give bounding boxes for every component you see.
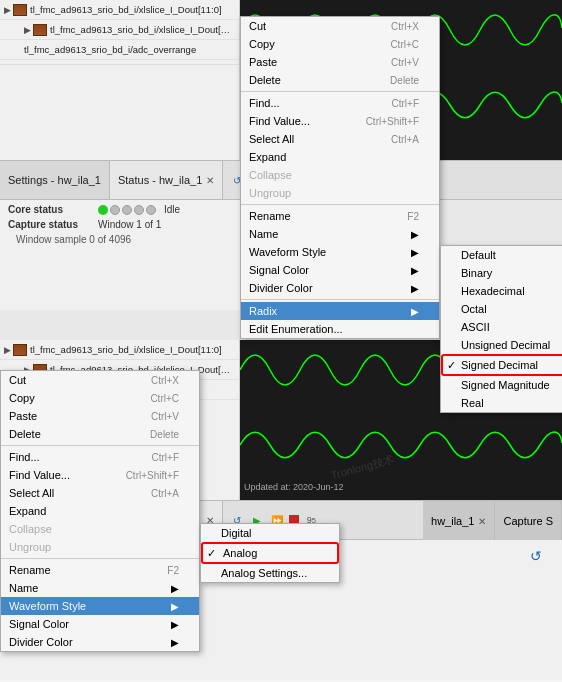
capture-tab[interactable]: Capture S	[495, 501, 562, 541]
menu2-select-all[interactable]: Select All Ctrl+A	[1, 484, 199, 502]
menu-edit-enum[interactable]: Edit Enumeration...	[241, 320, 439, 338]
menu2-copy[interactable]: Copy Ctrl+C	[1, 389, 199, 407]
menu2-collapse: Collapse	[1, 520, 199, 538]
radix-label: Binary	[461, 267, 492, 279]
menu-find-value[interactable]: Find Value... Ctrl+Shift+F	[241, 112, 439, 130]
right-tabs: hw_ila_1 ✕ Capture S	[423, 501, 562, 541]
menu-label: Select All	[9, 487, 54, 499]
radix-unsigned[interactable]: Unsigned Decimal	[441, 336, 562, 354]
menu-paste[interactable]: Paste Ctrl+V	[241, 53, 439, 71]
menu-ungroup: Ungroup	[241, 184, 439, 202]
menu-copy[interactable]: Copy Ctrl+C	[241, 35, 439, 53]
menu-label: Copy	[249, 38, 275, 50]
menu-label: Name	[9, 582, 38, 594]
list-item[interactable]: ▶ tl_fmc_ad9613_srio_bd_i/xlslice_I_Dout…	[0, 340, 239, 360]
menu-select-all[interactable]: Select All Ctrl+A	[241, 130, 439, 148]
close-icon[interactable]: ✕	[206, 175, 214, 186]
menu-label: Divider Color	[249, 282, 313, 294]
menu-expand[interactable]: Expand	[241, 148, 439, 166]
menu-label: Ungroup	[9, 541, 51, 553]
menu-label: Find Value...	[249, 115, 310, 127]
radix-signed-mag[interactable]: Signed Magnitude	[441, 376, 562, 394]
menu-find[interactable]: Find... Ctrl+F	[241, 94, 439, 112]
submenu-arrow: ▶	[411, 247, 419, 258]
refresh-bottom[interactable]: ↺	[530, 548, 542, 564]
list-item[interactable]: ▶ tl_fmc_ad9613_srio_bd_i/xlslice_I_Dout…	[0, 0, 239, 20]
shortcut-label: Ctrl+Shift+F	[366, 116, 419, 127]
close-icon[interactable]: ✕	[478, 516, 486, 527]
dot-gray-1	[110, 205, 120, 215]
menu-name[interactable]: Name ▶	[241, 225, 439, 243]
submenu-arrow: ▶	[411, 283, 419, 294]
list-item[interactable]: tl_fmc_ad9613_srio_bd_i/adc_overrange	[0, 40, 239, 60]
radix-signed[interactable]: ✓ Signed Decimal	[441, 354, 562, 376]
menu-radix[interactable]: Radix ▶	[241, 302, 439, 320]
radix-default[interactable]: Default	[441, 246, 562, 264]
menu2-paste[interactable]: Paste Ctrl+V	[1, 407, 199, 425]
submenu-arrow: ▶	[411, 265, 419, 276]
radix-octal[interactable]: Octal	[441, 300, 562, 318]
menu-label: Paste	[9, 410, 37, 422]
chip-icon	[33, 24, 47, 36]
menu-label: Select All	[249, 133, 294, 145]
menu2-waveform-style[interactable]: Waveform Style ▶	[1, 597, 199, 615]
menu-signal-color[interactable]: Signal Color ▶	[241, 261, 439, 279]
shortcut-label: Ctrl+V	[151, 411, 179, 422]
radix-real[interactable]: Real	[441, 394, 562, 412]
hw-ila-tab[interactable]: hw_ila_1 ✕	[423, 501, 495, 541]
list-item[interactable]: ▶ tl_fmc_ad9613_srio_bd_i/xlslice_I_Dout…	[0, 20, 239, 40]
waveform-submenu: Digital Analog Analog Settings...	[200, 523, 340, 583]
core-status-label: Core status	[8, 204, 98, 215]
chip-icon	[13, 344, 27, 356]
tab-status-top[interactable]: Status - hw_ila_1 ✕	[110, 161, 223, 199]
menu2-cut[interactable]: Cut Ctrl+X	[1, 371, 199, 389]
menu2-rename[interactable]: Rename F2	[1, 561, 199, 579]
expand-arrow: ▶	[4, 345, 11, 355]
main-container: ▶ tl_fmc_ad9613_srio_bd_i/xlslice_I_Dout…	[0, 0, 562, 682]
menu2-signal-color[interactable]: Signal Color ▶	[1, 615, 199, 633]
shortcut-label: Ctrl+A	[151, 488, 179, 499]
menu-waveform-style[interactable]: Waveform Style ▶	[241, 243, 439, 261]
radix-ascii[interactable]: ASCII	[441, 318, 562, 336]
radix-binary[interactable]: Binary	[441, 264, 562, 282]
radix-submenu: Default Binary Hexadecimal Octal ASCII U…	[440, 245, 562, 413]
tab-label: Settings - hw_ila_1	[8, 174, 101, 186]
capture-status-label: Capture status	[8, 219, 98, 230]
menu-divider-color[interactable]: Divider Color ▶	[241, 279, 439, 297]
context-menu-1: Cut Ctrl+X Copy Ctrl+C Paste Ctrl+V Dele…	[240, 16, 440, 339]
menu-cut[interactable]: Cut Ctrl+X	[241, 17, 439, 35]
waveform-analog[interactable]: Analog	[201, 542, 339, 564]
radix-label: Unsigned Decimal	[461, 339, 550, 351]
shortcut-label: Ctrl+F	[392, 98, 420, 109]
menu-label: Collapse	[249, 169, 292, 181]
menu-label: Signal Color	[249, 264, 309, 276]
signal-list-spacer	[0, 64, 239, 124]
submenu-arrow: ▶	[411, 229, 419, 240]
refresh-icon[interactable]: ↺	[530, 548, 542, 564]
shortcut-label: Ctrl+X	[151, 375, 179, 386]
menu-label: Radix	[249, 305, 277, 317]
radix-label: Octal	[461, 303, 487, 315]
menu-delete[interactable]: Delete Delete	[241, 71, 439, 89]
menu-label: Divider Color	[9, 636, 73, 648]
menu2-divider-color[interactable]: Divider Color ▶	[1, 633, 199, 651]
radix-hex[interactable]: Hexadecimal	[441, 282, 562, 300]
menu-divider	[1, 445, 199, 446]
tab-settings-top[interactable]: Settings - hw_ila_1	[0, 161, 110, 199]
menu-label: Copy	[9, 392, 35, 404]
menu2-ungroup: Ungroup	[1, 538, 199, 556]
waveform-label: Analog	[223, 547, 257, 559]
menu2-find-value[interactable]: Find Value... Ctrl+Shift+F	[1, 466, 199, 484]
menu2-find[interactable]: Find... Ctrl+F	[1, 448, 199, 466]
core-status-row: Core status Idle	[8, 204, 232, 215]
radix-label: Signed Decimal	[461, 359, 538, 371]
menu-label: Delete	[249, 74, 281, 86]
menu2-delete[interactable]: Delete Delete	[1, 425, 199, 443]
shortcut-label: Ctrl+V	[391, 57, 419, 68]
menu2-expand[interactable]: Expand	[1, 502, 199, 520]
menu-rename[interactable]: Rename F2	[241, 207, 439, 225]
waveform-label: Analog Settings...	[221, 567, 307, 579]
waveform-analog-settings[interactable]: Analog Settings...	[201, 564, 339, 582]
menu2-name[interactable]: Name ▶	[1, 579, 199, 597]
waveform-digital[interactable]: Digital	[201, 524, 339, 542]
